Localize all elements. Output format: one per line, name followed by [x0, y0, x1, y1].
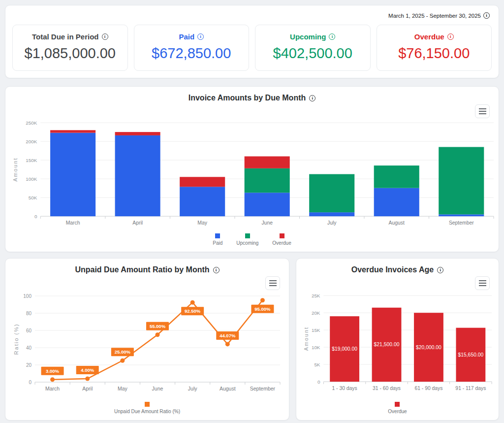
info-icon[interactable]: i [309, 95, 315, 101]
svg-text:95.00%: 95.00% [254, 306, 271, 312]
date-range-text: March 1, 2025 - September 30, 2025 [388, 13, 481, 19]
svg-text:March: March [66, 220, 80, 226]
svg-text:$19,000.00: $19,000.00 [332, 346, 357, 352]
summary-section: March 1, 2025 - September 30, 2025 i Tot… [5, 5, 499, 78]
legend-swatch-icon [245, 233, 250, 238]
stat-value: $672,850.00 [138, 45, 245, 62]
info-icon[interactable]: i [447, 33, 454, 40]
svg-text:31 - 60 days: 31 - 60 days [373, 386, 401, 391]
chart-legend: Unpaid Due Amount Ratio (%) [5, 402, 289, 417]
invoice-dashboard: { "header": { "date_range": "March 1, 20… [0, 0, 504, 423]
chart-title-text: Unpaid Due Amount Ratio by Month [75, 265, 209, 274]
chart-title: Invoice Amounts by Due Month i [5, 94, 499, 102]
svg-text:Amount: Amount [12, 157, 18, 181]
svg-text:20K: 20K [312, 310, 320, 316]
svg-text:61 - 90 days: 61 - 90 days [414, 386, 442, 391]
stat-label-text: Paid [179, 33, 194, 41]
stat-value: $1,085,000.00 [17, 45, 124, 62]
svg-text:August: August [220, 386, 236, 391]
hamburger-icon [269, 280, 277, 281]
legend-label: Unpaid Due Amount Ratio (%) [114, 409, 180, 414]
svg-text:3.00%: 3.00% [46, 368, 59, 374]
stat-card-upcoming: Upcoming i $402,500.00 [255, 25, 371, 71]
svg-text:April: April [132, 220, 143, 226]
svg-text:4.00%: 4.00% [81, 367, 94, 373]
svg-text:September: September [449, 220, 474, 226]
svg-text:0: 0 [29, 380, 32, 385]
svg-text:August: August [389, 220, 405, 226]
legend-swatch-icon [395, 402, 400, 407]
chart-legend: PaidUpcomingOverdue [5, 233, 499, 249]
svg-text:10K: 10K [312, 345, 320, 350]
legend-label: Paid [213, 240, 222, 246]
svg-text:100: 100 [23, 293, 32, 299]
info-icon[interactable]: i [437, 267, 443, 273]
svg-text:1 - 30 days: 1 - 30 days [332, 386, 357, 391]
svg-text:July: July [327, 220, 337, 226]
legend-label: Overdue [388, 409, 407, 414]
unpaid-ratio-chart-card: Unpaid Due Amount Ratio by Month i 02040… [5, 258, 289, 421]
legend-swatch-icon [280, 233, 284, 238]
legend-item[interactable]: Overdue [272, 233, 291, 246]
svg-text:150K: 150K [26, 158, 37, 163]
info-icon[interactable]: i [102, 33, 108, 40]
svg-text:$20,000.00: $20,000.00 [416, 345, 441, 350]
svg-text:250K: 250K [26, 120, 37, 126]
stat-value: $76,150.00 [381, 45, 488, 62]
chart-menu-button[interactable] [265, 276, 280, 290]
legend-item[interactable]: Unpaid Due Amount Ratio (%) [114, 402, 180, 414]
bottom-charts-row: Unpaid Due Amount Ratio by Month i 02040… [5, 258, 499, 421]
svg-text:25K: 25K [312, 293, 320, 298]
chart-title-text: Overdue Invoices Age [351, 265, 434, 274]
legend-item[interactable]: Paid [213, 233, 222, 246]
svg-text:April: April [82, 386, 93, 391]
chart-menu-button[interactable] [475, 104, 490, 118]
svg-text:15K: 15K [312, 327, 320, 333]
svg-text:55.00%: 55.00% [150, 324, 166, 329]
svg-text:September: September [250, 386, 276, 391]
info-icon[interactable]: i [483, 12, 490, 19]
svg-text:June: June [152, 386, 163, 391]
stat-label: Total Due in Period i [17, 33, 124, 41]
stat-label-text: Total Due in Period [32, 33, 99, 41]
svg-text:25.00%: 25.00% [115, 349, 131, 355]
svg-text:May: May [118, 386, 128, 391]
hamburger-icon [479, 280, 486, 281]
chart-title-text: Invoice Amounts by Due Month [189, 94, 306, 102]
legend-item[interactable]: Upcoming [236, 233, 258, 246]
hamburger-icon [479, 108, 486, 109]
svg-text:May: May [197, 220, 207, 226]
legend-label: Overdue [272, 240, 291, 246]
info-icon[interactable]: i [213, 267, 220, 273]
stat-card-overdue: Overdue i $76,150.00 [377, 25, 492, 71]
chart-legend: Overdue [296, 402, 499, 417]
line-chart: 020406080100MarchAprilMayJuneJulyAugustS… [5, 290, 289, 401]
info-icon[interactable]: i [197, 33, 204, 40]
svg-text:$21,500.00: $21,500.00 [374, 342, 400, 347]
svg-text:Amount: Amount [303, 326, 309, 351]
invoice-amounts-chart-card: Invoice Amounts by Due Month i 050K100K1… [5, 86, 499, 252]
svg-text:$15,650.00: $15,650.00 [458, 352, 483, 358]
stacked-bar-chart: 050K100K150K200K250KMarchAprilMayJuneJul… [5, 118, 499, 232]
svg-text:0: 0 [317, 379, 320, 385]
chart-menu-button[interactable] [475, 276, 490, 290]
svg-text:5K: 5K [314, 362, 320, 367]
stat-label-text: Overdue [414, 33, 444, 41]
stat-label: Overdue i [381, 33, 488, 41]
overdue-age-chart-card: Overdue Invoices Age i 05K10K15K20K25K1 … [296, 258, 499, 421]
svg-text:200K: 200K [26, 139, 37, 144]
stat-value: $402,500.00 [259, 45, 366, 62]
legend-item[interactable]: Overdue [388, 402, 407, 414]
stat-card-paid: Paid i $672,850.00 [134, 25, 250, 71]
legend-label: Upcoming [236, 240, 258, 246]
svg-text:Ratio (%): Ratio (%) [13, 324, 19, 355]
stat-label: Paid i [138, 33, 245, 41]
svg-text:80: 80 [26, 311, 32, 316]
info-icon[interactable]: i [329, 33, 335, 40]
stat-label-text: Upcoming [290, 33, 326, 41]
svg-text:60: 60 [26, 328, 32, 333]
chart-title: Unpaid Due Amount Ratio by Month i [5, 265, 289, 274]
legend-swatch-icon [145, 402, 150, 407]
summary-cards-row: Total Due in Period i $1,085,000.00 Paid… [12, 25, 492, 71]
svg-text:March: March [45, 386, 60, 391]
